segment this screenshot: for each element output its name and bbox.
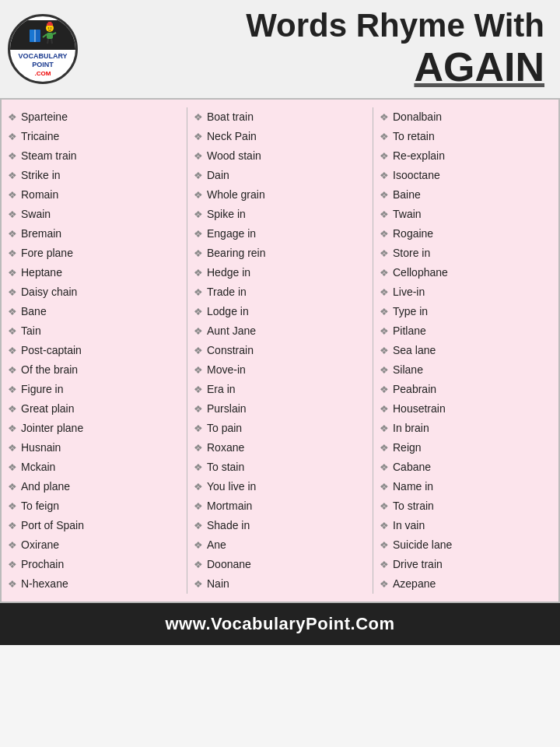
diamond-icon: ❖ [8,479,17,495]
list-item: ❖Type in [380,302,552,321]
list-item: ❖N-hexane [8,574,180,594]
logo: VOCABULARY POINT .COM [8,14,78,84]
word-text: Mortmain [207,498,252,514]
diamond-icon: ❖ [380,382,389,398]
diamond-icon: ❖ [380,207,389,223]
diamond-icon: ❖ [194,577,203,592]
diamond-icon: ❖ [194,499,203,514]
word-text: Name in [393,479,433,495]
diamond-icon: ❖ [194,479,203,495]
diamond-icon: ❖ [8,421,17,437]
list-item: ❖Constrain [194,341,366,360]
list-item: ❖Hedge in [194,263,366,282]
diamond-icon: ❖ [8,518,17,534]
diamond-icon: ❖ [380,168,389,184]
list-item: ❖Rogaine [380,224,552,244]
list-item: ❖Re-explain [380,146,552,166]
word-text: Bearing rein [207,245,266,261]
list-item: ❖Mortmain [194,496,366,516]
list-item: ❖Fore plane [8,244,180,263]
diamond-icon: ❖ [8,557,17,573]
list-item: ❖Figure in [8,380,180,399]
word-text: Aunt Jane [207,323,256,339]
diamond-icon: ❖ [380,402,389,417]
word-text: Sea lane [393,342,436,359]
diamond-icon: ❖ [380,421,389,437]
list-item: ❖To pain [194,419,366,438]
diamond-icon: ❖ [8,265,17,281]
list-item: ❖Twain [380,205,552,224]
word-text: In vain [393,517,425,534]
diamond-icon: ❖ [8,538,17,553]
diamond-icon: ❖ [8,168,17,184]
list-item: ❖Silane [380,360,552,380]
diamond-icon: ❖ [380,188,389,203]
word-text: Port of Spain [21,517,84,534]
word-text: Doonane [207,556,251,573]
word-text: Live-in [393,284,425,300]
list-item: ❖You live in [194,477,366,496]
word-text: Neck Pain [207,128,257,145]
list-item: ❖Heptane [8,263,180,282]
list-item: ❖Port of Spain [8,516,180,535]
diamond-icon: ❖ [380,538,389,553]
list-item: ❖Engage in [194,224,366,244]
list-item: ❖And plane [8,477,180,496]
diamond-icon: ❖ [380,577,389,592]
word-text: Swain [21,206,51,223]
word-text: Purslain [207,401,247,417]
list-item: ❖Reign [380,438,552,458]
word-text: Oxirane [21,537,59,553]
list-item: ❖Cabane [380,458,552,477]
word-text: Bane [21,303,47,320]
diamond-icon: ❖ [8,207,17,223]
word-text: Silane [393,362,423,378]
list-item: ❖Steam train [8,146,180,166]
word-text: Whole grain [207,187,265,203]
diamond-icon: ❖ [380,110,389,125]
list-item: ❖Purslain [194,399,366,419]
list-item: ❖To retain [380,127,552,146]
diamond-icon: ❖ [380,479,389,495]
word-text: Type in [393,303,428,320]
list-item: ❖Nain [194,574,366,594]
diamond-icon: ❖ [380,149,389,164]
diamond-icon: ❖ [380,246,389,261]
word-text: Azepane [393,576,436,592]
diamond-icon: ❖ [380,304,389,320]
diamond-icon: ❖ [8,246,17,261]
diamond-icon: ❖ [380,499,389,514]
word-text: Peabrain [393,381,436,398]
footer: www.VocabularyPoint.Com [0,603,560,645]
word-text: Fore plane [21,245,73,261]
diamond-icon: ❖ [194,538,203,553]
footer-url: www.VocabularyPoint.Com [0,614,560,634]
list-item: ❖Trade in [194,282,366,302]
diamond-icon: ❖ [8,188,17,203]
diamond-icon: ❖ [194,421,203,437]
list-item: ❖Peabrain [380,380,552,399]
list-item: ❖Move-in [194,360,366,380]
list-item: ❖Live-in [380,282,552,302]
word-text: Great plain [21,401,74,417]
list-item: ❖Jointer plane [8,419,180,438]
word-text: Cellophane [393,265,448,281]
word-text: In brain [393,420,429,437]
diamond-icon: ❖ [380,440,389,456]
diamond-icon: ❖ [194,226,203,242]
word-text: Romain [21,187,58,203]
list-item: ❖Roxane [194,438,366,458]
svg-point-7 [51,28,52,30]
diamond-icon: ❖ [380,343,389,359]
list-item: ❖Cellophane [380,263,552,282]
svg-rect-8 [47,33,53,39]
diamond-icon: ❖ [194,246,203,261]
header: VOCABULARY POINT .COM Words Rhyme With A… [0,0,560,98]
list-item: ❖Lodge in [194,302,366,321]
list-item: ❖Dain [194,166,366,185]
list-item: ❖Bremain [8,224,180,244]
column-2: ❖Boat train❖Neck Pain❖Wood stain❖Dain❖Wh… [187,107,373,594]
list-item: ❖Sparteine [8,107,180,127]
list-item: ❖In vain [380,516,552,535]
diamond-icon: ❖ [8,577,17,592]
